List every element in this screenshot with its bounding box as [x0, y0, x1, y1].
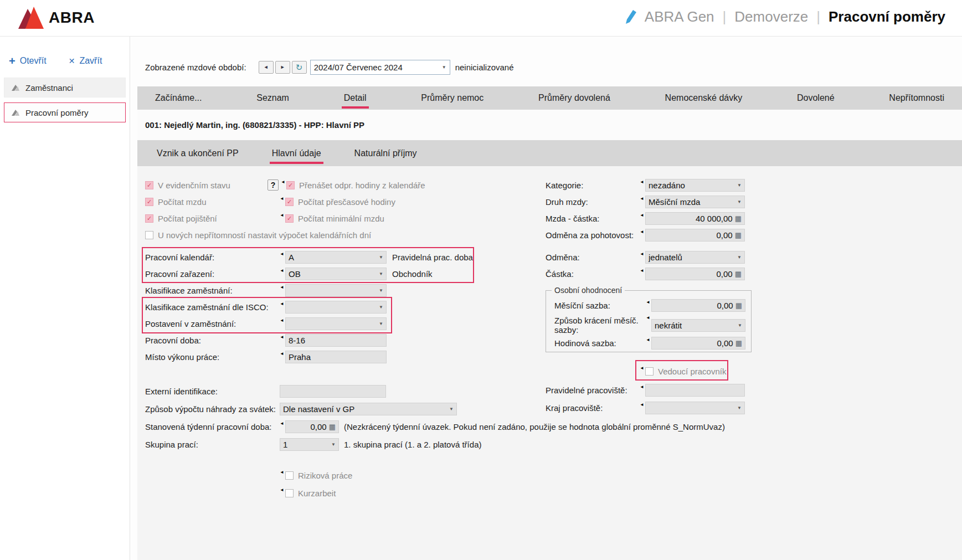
tab-zaciname[interactable]: Začínáme...: [154, 92, 203, 104]
module-icon: [11, 109, 20, 116]
hodinova-sazba-input[interactable]: 0,00 ▦: [651, 337, 745, 350]
field-source-icon[interactable]: ◄: [646, 316, 651, 320]
misto-vykonu-input[interactable]: Praha: [285, 351, 387, 363]
field-suffix: Obchodník: [392, 269, 433, 279]
field-source-icon[interactable]: ◄: [281, 180, 286, 184]
field-source-icon[interactable]: ◄: [280, 252, 285, 256]
stanovena-tydenni-doba-row: Stanovená týdenní pracovní doba: ◄ 0,00 …: [145, 420, 725, 433]
mzda-castka-input[interactable]: 40 000,00 ▦: [645, 212, 745, 225]
druh-mzdy-select[interactable]: Měsíční mzda ▼: [645, 196, 745, 208]
tab-prumery-dovolena[interactable]: Průměry dovolená: [537, 92, 611, 104]
calculator-icon[interactable]: ▦: [735, 215, 742, 222]
klasifikace-zamestnani-row: Klasifikace zaměstnání: ◄ ▼: [145, 284, 387, 297]
externi-identifikace-input[interactable]: [280, 385, 386, 398]
subtab-naturalni-prijmy[interactable]: Naturální příjmy: [353, 147, 418, 160]
pracovni-zarazeni-select[interactable]: OB ▼: [285, 268, 387, 280]
tab-nepritomnosti[interactable]: Nepřítomnosti: [888, 92, 945, 104]
klasifikace-isco-select[interactable]: ▼: [285, 301, 387, 314]
field-source-icon[interactable]: ◄: [646, 300, 651, 305]
klasifikace-zamestnani-select[interactable]: ▼: [285, 284, 387, 297]
field-source-icon[interactable]: ◄: [280, 302, 285, 306]
close-button[interactable]: ✕ Zavřít: [69, 55, 102, 66]
rizikova-prace-checkbox[interactable]: [285, 471, 294, 480]
pracovni-doba-input[interactable]: 8-16: [285, 334, 387, 347]
field-source-icon[interactable]: ◄: [280, 470, 285, 475]
odmena-za-pohotovost-input[interactable]: 0,00 ▦: [645, 229, 745, 242]
field-source-icon[interactable]: ◄: [640, 252, 645, 256]
zpusob-vypoctu-svatek-select[interactable]: Dle nastavení v GP ▼: [280, 403, 457, 415]
calculator-icon[interactable]: ▦: [735, 340, 742, 347]
checkbox-row: ✓ Počítat mzdu: [145, 195, 207, 208]
tab-nemocenske-davky[interactable]: Nemocenské dávky: [664, 92, 744, 104]
calculator-icon[interactable]: ▦: [735, 270, 742, 278]
postaveni-v-zamestnani-select[interactable]: ▼: [285, 317, 387, 330]
field-source-icon[interactable]: ◄: [640, 366, 645, 371]
field-source-icon[interactable]: ◄: [640, 213, 645, 218]
kraj-pracoviste-select[interactable]: ▼: [645, 402, 745, 414]
tab-prumery-nemoc[interactable]: Průměry nemoc: [420, 92, 485, 104]
prev-period-button[interactable]: ◄: [259, 61, 274, 74]
tab-seznam[interactable]: Seznam: [255, 92, 290, 104]
field-source-icon[interactable]: ◄: [280, 285, 285, 290]
tab-dovolene[interactable]: Dovolené: [796, 92, 836, 104]
field-source-icon[interactable]: ◄: [640, 197, 645, 201]
field-source-icon[interactable]: ◄: [280, 335, 285, 340]
skupina-praci-row: Skupina prací: 1 ▼ 1. skupina prací (1. …: [145, 438, 481, 451]
next-period-button[interactable]: ►: [275, 61, 290, 74]
sidebar-item-label: Zaměstnanci: [25, 83, 73, 93]
open-button[interactable]: + Otevřít: [9, 55, 47, 66]
field-source-icon[interactable]: ◄: [640, 403, 645, 407]
field-label: Stanovená týdenní pracovní doba:: [145, 422, 280, 431]
pravidelne-pracoviste-input[interactable]: [645, 384, 745, 397]
refresh-button[interactable]: ↻: [292, 61, 307, 74]
vedouci-pracovnik-checkbox[interactable]: [645, 367, 654, 376]
field-source-icon[interactable]: ◄: [280, 488, 285, 492]
pocitat-prescasove-hodiny-checkbox[interactable]: ✓: [285, 198, 294, 206]
u-novych-nepritomnosti-checkbox[interactable]: [145, 231, 153, 239]
field-source-icon[interactable]: ◄: [640, 385, 645, 389]
v-evidencnim-stavu-checkbox[interactable]: ✓: [145, 181, 153, 189]
field-source-icon[interactable]: ◄: [640, 180, 645, 184]
check-icon: ✓: [147, 199, 152, 205]
tab-bar: Začínáme... Seznam Detail Průměry nemoc …: [137, 86, 962, 110]
mesicni-sazba-input[interactable]: 0,00 ▦: [651, 299, 745, 312]
sidebar-actions: + Otevřít ✕ Zavřít: [0, 37, 130, 78]
sidebar-item-zamestnanci[interactable]: Zaměstnanci: [4, 78, 126, 97]
calculator-icon[interactable]: ▦: [735, 302, 742, 309]
tab-detail[interactable]: Detail: [343, 92, 368, 104]
help-button[interactable]: ?: [267, 179, 279, 191]
pocitat-mzdu-checkbox[interactable]: ✓: [145, 198, 153, 206]
pracovni-kalendar-select[interactable]: A ▼: [285, 251, 387, 264]
check-icon: ✓: [147, 182, 152, 188]
chevron-down-icon: ▼: [738, 323, 742, 328]
record-title: 001: Nejedlý Martin, ing. (680821/3335) …: [145, 120, 364, 130]
prenaset-odpr-hodiny-checkbox[interactable]: ✓: [286, 181, 295, 189]
field-source-icon[interactable]: ◄: [280, 422, 285, 426]
field-source-icon[interactable]: ◄: [280, 352, 285, 356]
period-select[interactable]: 2024/07 Červenec 2024 ▼: [310, 60, 450, 75]
kategorie-select[interactable]: nezadáno ▼: [645, 179, 745, 192]
kraj-pracoviste-row: Kraj pracoviště: ◄ ▼: [546, 401, 745, 414]
field-source-icon[interactable]: ◄: [280, 269, 285, 273]
calculator-icon[interactable]: ▦: [735, 232, 742, 239]
castka-input[interactable]: 0,00 ▦: [645, 268, 745, 280]
kurzarbeit-checkbox[interactable]: [285, 489, 294, 497]
subtab-hlavni-udaje[interactable]: Hlavní údaje: [271, 147, 322, 160]
sidebar-item-pracovni-pomery[interactable]: Pracovní poměry: [4, 102, 126, 122]
field-source-icon[interactable]: ◄: [280, 197, 285, 201]
odmena-select[interactable]: jednatelů ▼: [645, 251, 745, 264]
field-source-icon[interactable]: ◄: [640, 269, 645, 273]
chevron-down-icon: ▼: [379, 288, 383, 293]
field-source-icon[interactable]: ◄: [280, 213, 285, 218]
subtab-vznik-a-ukonceni[interactable]: Vznik a ukončení PP: [156, 147, 240, 160]
skupina-praci-select[interactable]: 1 ▼: [280, 438, 339, 451]
field-source-icon[interactable]: ◄: [646, 338, 651, 342]
field-source-icon[interactable]: ◄: [640, 230, 645, 234]
period-bar: Zobrazené mzdové období: ◄ ► ↻ 2024/07 Č…: [145, 59, 514, 75]
field-source-icon[interactable]: ◄: [280, 318, 285, 323]
calculator-icon[interactable]: ▦: [329, 423, 336, 430]
pocitat-pojisteni-checkbox[interactable]: ✓: [145, 214, 153, 223]
pocitat-minimalni-mzdu-checkbox[interactable]: ✓: [285, 214, 294, 223]
zpusob-kraceni-select[interactable]: nekrátit ▼: [651, 319, 745, 332]
stanovena-tydenni-doba-input[interactable]: 0,00 ▦: [285, 420, 339, 433]
